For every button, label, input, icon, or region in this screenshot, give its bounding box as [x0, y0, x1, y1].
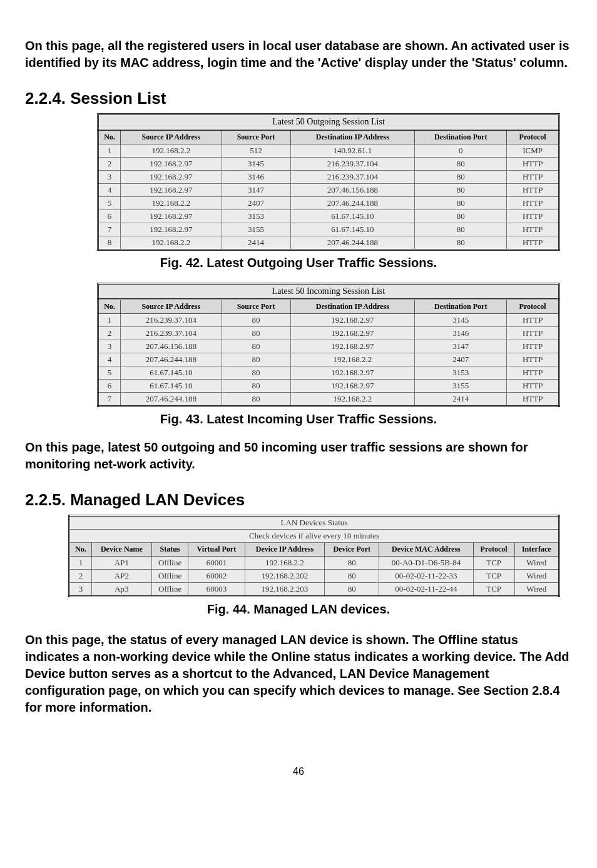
- sessions-paragraph: On this page, latest 50 outgoing and 50 …: [25, 439, 572, 473]
- table-cell: HTTP: [507, 236, 559, 250]
- table-cell: HTTP: [507, 366, 559, 380]
- table-cell: HTTP: [507, 197, 559, 210]
- table-row: 1AP1Offline60001192.168.2.28000-A0-D1-D6…: [69, 557, 559, 570]
- table-cell: 216.239.37.104: [121, 314, 222, 327]
- lan-paragraph: On this page, the status of every manage…: [25, 632, 572, 716]
- table-cell: 00-02-02-11-22-33: [379, 570, 474, 583]
- table-cell: 61.67.145.10: [121, 380, 222, 393]
- figure-43-caption: Fig. 43. Latest Incoming User Traffic Se…: [25, 412, 572, 426]
- column-header: No.: [98, 130, 121, 144]
- table-cell: 192.168.2.97: [121, 223, 222, 236]
- table-cell: Offline: [151, 557, 188, 570]
- table-cell: 2407: [222, 197, 290, 210]
- table-cell: 80: [222, 314, 290, 327]
- table-row: 2216.239.37.10480192.168.2.973146HTTP: [98, 327, 559, 340]
- figure-44-caption: Fig. 44. Managed LAN devices.: [25, 602, 572, 617]
- intro-paragraph: On this page, all the registered users i…: [25, 38, 572, 71]
- heading-session-list: 2.2.4. Session List: [25, 89, 572, 108]
- column-header: Source Port: [222, 130, 290, 144]
- table-cell: HTTP: [507, 171, 559, 184]
- table-row: 8192.168.2.22414207.46.244.18880HTTP: [98, 236, 559, 250]
- table-cell: 192.168.2.97: [290, 327, 415, 340]
- table-cell: 3145: [222, 158, 290, 171]
- column-header: Virtual Port: [188, 543, 245, 557]
- table-cell: 3146: [222, 171, 290, 184]
- table-cell: 216.239.37.104: [121, 327, 222, 340]
- table-cell: 192.168.2.2: [290, 353, 415, 366]
- table-cell: 192.168.2.97: [121, 158, 222, 171]
- table-cell: 4: [98, 353, 121, 366]
- table-cell: TCP: [473, 557, 514, 570]
- table-cell: HTTP: [507, 314, 559, 327]
- column-header: Source IP Address: [121, 130, 222, 144]
- table-cell: HTTP: [507, 158, 559, 171]
- outgoing-table-title: Latest 50 Outgoing Session List: [97, 113, 560, 129]
- table-cell: 1: [98, 314, 121, 327]
- table-cell: 61.67.145.10: [121, 366, 222, 380]
- table-cell: 80: [222, 380, 290, 393]
- table-cell: 207.46.156.188: [290, 184, 415, 197]
- table-cell: 140.92.61.1: [290, 144, 415, 158]
- table-cell: 512: [222, 144, 290, 158]
- table-cell: HTTP: [507, 353, 559, 366]
- table-cell: 192.168.2.2: [121, 236, 222, 250]
- figure-42: Latest 50 Outgoing Session List No.Sourc…: [97, 113, 560, 251]
- table-cell: 192.168.2.2: [121, 197, 222, 210]
- table-cell: 192.168.2.203: [245, 583, 325, 597]
- table-cell: Offline: [151, 583, 188, 597]
- table-cell: 192.168.2.97: [290, 314, 415, 327]
- lan-para-b: button serves as a shortcut to the Advan…: [25, 667, 560, 714]
- page-number: 46: [25, 766, 572, 777]
- table-cell: 80: [415, 197, 507, 210]
- table-cell: Wired: [514, 570, 559, 583]
- table-cell: 80: [415, 236, 507, 250]
- lan-check-text: Check devices if alive every 10 minutes: [69, 530, 559, 543]
- table-cell: 60001: [188, 557, 245, 570]
- table-cell: 2414: [415, 393, 507, 406]
- table-cell: 3153: [415, 366, 507, 380]
- table-cell: 80: [222, 366, 290, 380]
- table-cell: 2: [98, 158, 121, 171]
- table-cell: 192.168.2.97: [121, 184, 222, 197]
- figure-44: LAN Devices Status Check devices if aliv…: [68, 515, 560, 597]
- table-row: 5192.168.2.22407207.46.244.18880HTTP: [98, 197, 559, 210]
- table-cell: 192.168.2.97: [290, 366, 415, 380]
- table-cell: 2407: [415, 353, 507, 366]
- table-row: 3207.46.156.18880192.168.2.973147HTTP: [98, 340, 559, 353]
- table-row: 2192.168.2.973145216.239.37.10480HTTP: [98, 158, 559, 171]
- table-cell: 00-02-02-11-22-44: [379, 583, 474, 597]
- table-cell: Wired: [514, 557, 559, 570]
- table-cell: Offline: [151, 570, 188, 583]
- table-cell: 3: [69, 583, 92, 597]
- table-cell: 192.168.2.97: [121, 171, 222, 184]
- table-row: 7207.46.244.18880192.168.2.22414HTTP: [98, 393, 559, 406]
- table-cell: 4: [98, 184, 121, 197]
- table-cell: 80: [325, 570, 379, 583]
- table-row: 1192.168.2.2512140.92.61.10ICMP: [98, 144, 559, 158]
- table-cell: 207.46.244.188: [121, 353, 222, 366]
- table-cell: HTTP: [507, 223, 559, 236]
- table-cell: 3153: [222, 210, 290, 223]
- table-cell: 3147: [415, 340, 507, 353]
- table-cell: 192.168.2.97: [121, 210, 222, 223]
- table-cell: 80: [415, 210, 507, 223]
- column-header: Destination Port: [415, 300, 507, 314]
- lan-box-title: LAN Devices Status: [69, 516, 559, 530]
- table-cell: 60003: [188, 583, 245, 597]
- table-cell: 61.67.145.10: [290, 223, 415, 236]
- table-cell: 2414: [222, 236, 290, 250]
- table-cell: HTTP: [507, 393, 559, 406]
- table-cell: 192.168.2.97: [290, 380, 415, 393]
- table-row: 4207.46.244.18880192.168.2.22407HTTP: [98, 353, 559, 366]
- table-cell: 6: [98, 210, 121, 223]
- column-header: No.: [98, 300, 121, 314]
- table-cell: 207.46.244.188: [290, 236, 415, 250]
- table-cell: HTTP: [507, 184, 559, 197]
- heading-managed-lan: 2.2.5. Managed LAN Devices: [25, 490, 572, 510]
- table-cell: TCP: [473, 570, 514, 583]
- table-cell: 80: [415, 223, 507, 236]
- table-cell: 192.168.2.2: [290, 393, 415, 406]
- table-cell: 61.67.145.10: [290, 210, 415, 223]
- table-row: 3Ap3Offline60003192.168.2.2038000-02-02-…: [69, 583, 559, 597]
- table-cell: 3155: [415, 380, 507, 393]
